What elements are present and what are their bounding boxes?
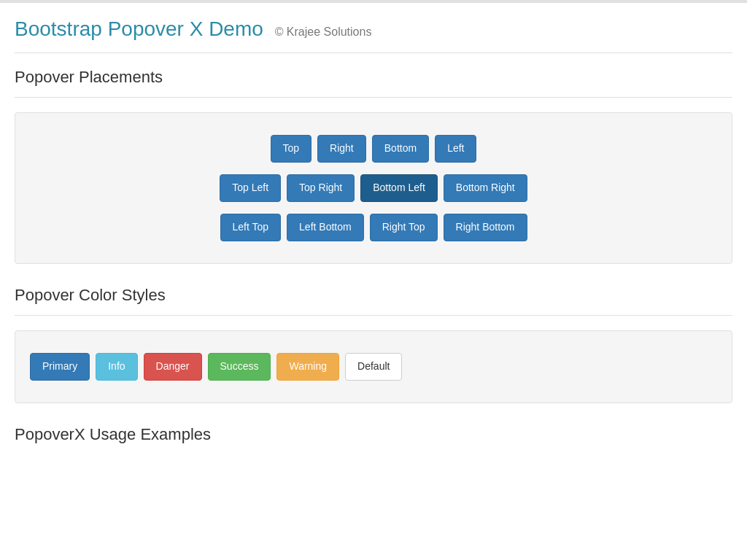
placements-section-title: Popover Placements	[15, 68, 732, 87]
color-styles-row: Primary Info Danger Success Warning Defa…	[30, 353, 717, 381]
btn-color-default[interactable]: Default	[345, 353, 402, 381]
page-subtitle: © Krajee Solutions	[275, 26, 372, 38]
placement-row-3: Left Top Left Bottom Right Top Right Bot…	[30, 214, 717, 241]
btn-bottom[interactable]: Bottom	[372, 135, 429, 163]
color-styles-section-title: Popover Color Styles	[15, 286, 732, 305]
placement-row-2: Top Left Top Right Bottom Left Bottom Ri…	[30, 174, 717, 202]
btn-top-left[interactable]: Top Left	[220, 174, 281, 202]
btn-color-danger[interactable]: Danger	[144, 353, 202, 381]
btn-color-warning[interactable]: Warning	[276, 353, 339, 381]
page-title: Bootstrap Popover X Demo © Krajee Soluti…	[15, 18, 732, 41]
btn-right-bottom[interactable]: Right Bottom	[444, 214, 527, 241]
divider	[15, 97, 732, 98]
color-styles-panel: Primary Info Danger Success Warning Defa…	[15, 330, 732, 403]
btn-left-bottom[interactable]: Left Bottom	[287, 214, 364, 241]
divider-2	[15, 315, 732, 316]
btn-top-right[interactable]: Top Right	[287, 174, 355, 202]
btn-bottom-left[interactable]: Bottom Left	[360, 174, 438, 202]
btn-left[interactable]: Left	[435, 135, 476, 163]
btn-top[interactable]: Top	[271, 135, 312, 163]
btn-right-top[interactable]: Right Top	[370, 214, 438, 241]
btn-color-primary[interactable]: Primary	[30, 353, 90, 381]
btn-right[interactable]: Right	[317, 135, 366, 163]
placement-row-1: Top Right Bottom Left	[30, 135, 717, 163]
btn-color-success[interactable]: Success	[208, 353, 271, 381]
placements-panel: Top Right Bottom Left Top Left Top Right…	[15, 112, 732, 264]
btn-left-top[interactable]: Left Top	[220, 214, 282, 241]
btn-bottom-right[interactable]: Bottom Right	[444, 174, 527, 202]
btn-color-info[interactable]: Info	[96, 353, 137, 381]
usage-examples-section-title: PopoverX Usage Examples	[15, 425, 732, 444]
